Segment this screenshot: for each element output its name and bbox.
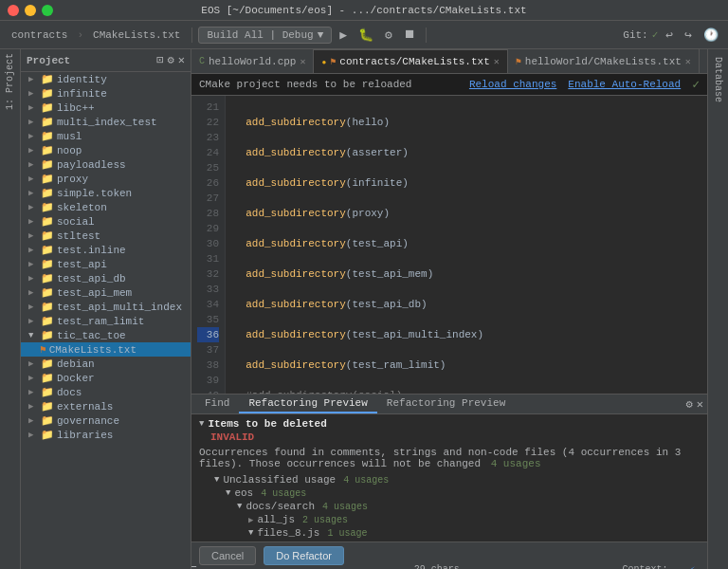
- unclassified-label: Unclassified usage: [223, 474, 336, 486]
- context-info: Context: <no context>: [622, 564, 682, 569]
- sidebar-item-externals[interactable]: ▶📁externals: [21, 399, 191, 413]
- unclassified-usage-item[interactable]: ▼ Unclassified usage 4 usages: [199, 473, 700, 486]
- tab-close-icon[interactable]: ✕: [685, 56, 691, 67]
- project-label[interactable]: 1: Project: [5, 53, 15, 110]
- sidebar-item-libraries[interactable]: ▶📁libraries: [21, 428, 191, 442]
- enable-autoreload-button[interactable]: Enable Auto-Reload: [568, 79, 681, 90]
- window-controls[interactable]: [8, 5, 53, 16]
- sidebar-item-test-api-multi[interactable]: ▶📁test_api_multi_index: [21, 300, 191, 314]
- sidebar-item-test-inline[interactable]: ▶📁test.inline: [21, 243, 191, 257]
- eos-label: eos: [234, 487, 253, 499]
- expand-arrow-eos: ▼: [226, 488, 230, 498]
- todo-status[interactable]: ☰ 6: TODO: [189, 564, 211, 570]
- modified-indicator: ●: [321, 58, 326, 66]
- sidebar-item-docker[interactable]: ▶📁Docker: [21, 371, 191, 385]
- toolbar-separator-1: [191, 28, 192, 43]
- all-js-item[interactable]: ▶ all_js 2 usages: [199, 513, 700, 526]
- git-status: Git: ✓: [623, 28, 658, 41]
- sidebar-item-cmakelists[interactable]: ⚑CMakeLists.txt: [21, 342, 191, 357]
- sidebar-item-libcpp[interactable]: ▶📁libc++: [21, 101, 191, 115]
- sidebar-item-musl[interactable]: ▶📁musl: [21, 129, 191, 143]
- project-sidebar: Project ⊡ ⚙ ✕ ▶📁identity ▶📁infinite ▶📁li…: [21, 49, 191, 569]
- sidebar-expand-icon[interactable]: ⊡: [156, 53, 163, 67]
- expand-arrow: ▼: [214, 475, 219, 485]
- build-icon[interactable]: ⚙: [381, 26, 396, 45]
- bottom-tab-icons: ⚙ ✕: [686, 397, 703, 412]
- database-label[interactable]: Database: [711, 53, 725, 106]
- sidebar-item-tic-tac-toe[interactable]: ▼📁tic_tac_toe: [21, 328, 191, 342]
- tab-helloworld-cmake[interactable]: ⚑ helloWorld/CMakeLists.txt ✕: [508, 49, 700, 73]
- docs-search-item[interactable]: ▼ docs/search 4 usages: [199, 500, 700, 513]
- code-editor[interactable]: 2122232425 2627282930 3132333435 36 3738…: [191, 96, 707, 394]
- sidebar-item-debian[interactable]: ▶📁debian: [21, 357, 191, 371]
- sidebar-title: Project: [27, 55, 70, 66]
- refactor-title: ▼ Items to be deleted: [199, 418, 700, 430]
- main-content: 1: Project Project ⊡ ⚙ ✕ ▶📁identity ▶📁in…: [0, 49, 728, 569]
- sidebar-item-skeleton[interactable]: ▶📁skeleton: [21, 200, 191, 214]
- tab-close-icon[interactable]: ✕: [494, 56, 500, 67]
- reload-changes-button[interactable]: Reload changes: [469, 79, 556, 90]
- docs-search-label: docs/search: [246, 501, 315, 512]
- status-right: 29 chars, 1 line break 36:29 LF UTF-8 Gi…: [414, 564, 720, 570]
- sidebar-actions: ⊡ ⚙ ✕: [156, 53, 185, 67]
- editor-area: C helloWorld.cpp ✕ ● ⚑ contracts/CMakeLi…: [191, 49, 707, 394]
- sidebar-item-test-api[interactable]: ▶📁test_api: [21, 257, 191, 271]
- items-deleted-label: Items to be deleted: [208, 418, 326, 430]
- redo-icon[interactable]: ↪: [681, 26, 696, 45]
- run-icon[interactable]: ▶: [336, 26, 351, 45]
- tab-label: helloWorld.cpp: [209, 56, 296, 67]
- cancel-button[interactable]: Cancel: [199, 546, 256, 565]
- build-config-button[interactable]: Build All | Debug ▼: [198, 27, 332, 44]
- code-content[interactable]: add_subdirectory(hello) add_subdirectory…: [226, 96, 707, 394]
- notification-text: CMake project needs to be reloaded: [199, 79, 411, 90]
- maximize-button[interactable]: [42, 5, 53, 16]
- sidebar-item-test-api-db[interactable]: ▶📁test_api_db: [21, 271, 191, 285]
- tab-refactoring-preview-1[interactable]: Refactoring Preview: [239, 395, 376, 413]
- undo-icon[interactable]: ↩: [662, 26, 677, 45]
- tab-label: helloWorld/CMakeLists.txt: [525, 56, 682, 67]
- bottom-close-icon[interactable]: ✕: [697, 397, 703, 412]
- sidebar-item-test-api-mem[interactable]: ▶📁test_api_mem: [21, 285, 191, 300]
- eos-item[interactable]: ▼ eos 4 usages: [199, 486, 700, 500]
- usage-count-main: 4 usages: [491, 458, 541, 469]
- sidebar-item-proxy[interactable]: ▶📁proxy: [21, 172, 191, 186]
- sidebar-item-simple-token[interactable]: ▶📁simple.token: [21, 186, 191, 200]
- cpp-icon: C: [199, 56, 205, 66]
- tab-find[interactable]: Find: [195, 395, 239, 413]
- sidebar-item-identity[interactable]: ▶📁identity: [21, 72, 191, 86]
- debug-icon[interactable]: 🐛: [355, 26, 377, 45]
- close-button[interactable]: [8, 5, 19, 16]
- sidebar-settings-icon[interactable]: ⚙: [168, 53, 174, 67]
- do-refactor-button[interactable]: Do Refactor: [264, 546, 344, 565]
- sidebar-item-test-ram-limit[interactable]: ▶📁test_ram_limit: [21, 314, 191, 328]
- sidebar-item-noop[interactable]: ▶📁noop: [21, 143, 191, 157]
- event-log-button[interactable]: ⚡ Event Log: [689, 564, 720, 570]
- sidebar-item-multi-index[interactable]: ▶📁multi_index_test: [21, 115, 191, 129]
- build-config-label: Build All | Debug: [207, 29, 313, 41]
- tab-helloworld-abi[interactable]: A helloWorld.abi ✕: [700, 49, 707, 73]
- toolbar-separator-2: [426, 28, 427, 43]
- sidebar-item-payloadless[interactable]: ▶📁payloadless: [21, 157, 191, 172]
- stop-icon[interactable]: ⏹: [400, 26, 420, 44]
- files-js-item[interactable]: ▼ files_8.js 1 usage: [199, 526, 700, 540]
- cmake-icon: ⚑: [516, 56, 521, 67]
- tab-close-icon[interactable]: ✕: [300, 56, 305, 67]
- tab-bar: C helloWorld.cpp ✕ ● ⚑ contracts/CMakeLi…: [191, 49, 707, 74]
- toolbar-filename[interactable]: CMakeLists.txt: [87, 28, 186, 43]
- sidebar-item-governance[interactable]: ▶📁governance: [21, 413, 191, 428]
- expand-arrow-filesjs: ▼: [248, 528, 253, 538]
- bottom-settings-icon[interactable]: ⚙: [686, 397, 693, 412]
- tab-refactoring-preview-2[interactable]: Refactoring Preview: [377, 395, 515, 413]
- notification-check-icon[interactable]: ✓: [692, 77, 700, 92]
- sidebar-item-infinite[interactable]: ▶📁infinite: [21, 86, 191, 101]
- sidebar-item-docs[interactable]: ▶📁docs: [21, 385, 191, 399]
- toolbar-contracts[interactable]: contracts: [6, 28, 73, 43]
- sidebar-item-social[interactable]: ▶📁social: [21, 214, 191, 229]
- clock-icon[interactable]: 🕐: [700, 26, 722, 45]
- tab-contracts-cmake[interactable]: ● ⚑ contracts/CMakeLists.txt ✕: [314, 49, 507, 73]
- sidebar-close-icon[interactable]: ✕: [178, 53, 185, 67]
- tab-helloworld-cpp[interactable]: C helloWorld.cpp ✕: [191, 49, 314, 73]
- expand-arrow-alljs: ▶: [248, 515, 253, 525]
- minimize-button[interactable]: [25, 5, 36, 16]
- sidebar-item-stltest[interactable]: ▶📁stltest: [21, 229, 191, 243]
